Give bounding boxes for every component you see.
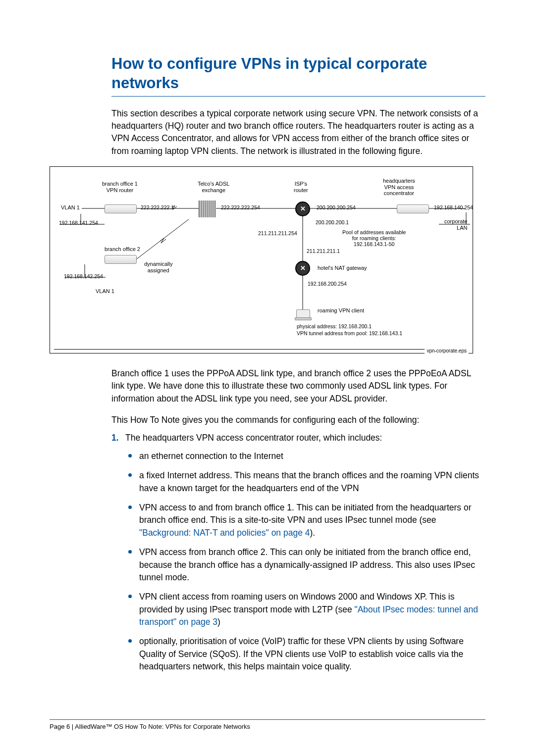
ip-isp-right: 200.200.200.254 <box>317 204 356 210</box>
sub-item-e-post: ) <box>217 617 220 627</box>
sub-item-f: optionally, prioritisation of voice (VoI… <box>125 635 485 673</box>
sub-item-a: an ethernet connection to the Internet <box>125 450 485 462</box>
page-title: How to configure VPNs in typical corpora… <box>111 54 485 93</box>
ip-isp-down2: 200.200.200.1 <box>316 219 349 225</box>
telco-dslam <box>199 201 216 217</box>
ip-hotel-up: 211.211.211.1 <box>307 248 340 254</box>
ip-telco-right: 222.222.222.254 <box>221 204 260 210</box>
sub-item-c-pre: VPN access to and from branch office 1. … <box>139 503 472 525</box>
telco-label: Telco's ADSLexchange <box>198 181 229 193</box>
page-footer: Page 6 | AlliedWare™ OS How To Note: VPN… <box>50 719 485 730</box>
eps-rule <box>54 349 469 350</box>
branch1-label: branch office 1VPN router <box>102 181 138 193</box>
list-item-1-lead: The headquarters VPN access concentrator… <box>125 433 382 443</box>
sub-item-d: VPN access from branch office 2. This ca… <box>125 546 485 584</box>
intro-paragraph: This section describes a typical corpora… <box>111 107 485 158</box>
footer-text: Page 6 | AlliedWare™ OS How To Note: VPN… <box>50 723 485 730</box>
hotel-router-icon: ✕ <box>295 261 310 276</box>
branch2-device <box>105 255 137 264</box>
ip-hotel-down: 192.168.200.254 <box>308 281 347 287</box>
footer-rule <box>50 719 485 720</box>
sub-list: an ethernet connection to the Internet a… <box>125 450 485 673</box>
ip-branch2-lan: 192.168.142.254 <box>64 273 103 279</box>
sub-item-b: a fixed Internet address. This means tha… <box>125 469 485 495</box>
sub-item-e: VPN client access from roaming users on … <box>125 591 485 628</box>
corp-lan: corporateLAN <box>444 218 467 231</box>
hotel-label: hotel's NAT gateway <box>318 265 367 271</box>
ip-branch1-lan: 192.168.141.254 <box>59 220 98 226</box>
vlan1-top: VLAN 1 <box>61 204 80 211</box>
eps-filename: vpn-corporate.eps <box>425 348 469 354</box>
list-intro: This How To Note gives you the commands … <box>111 414 485 426</box>
branch2-label: branch office 2 <box>105 246 140 252</box>
roaming-phys: physical address: 192.168.200.1 <box>297 323 372 329</box>
isp-label: ISP'srouter <box>294 181 308 193</box>
main-list: The headquarters VPN access concentrator… <box>111 432 485 673</box>
sub-item-c: VPN access to and from branch office 1. … <box>125 502 485 539</box>
pool-label: Pool of addresses availablefor roaming c… <box>342 229 406 247</box>
link-nat-t[interactable]: "Background: NAT-T and policies" on page… <box>139 528 310 538</box>
vlan1-bot: VLAN 1 <box>96 288 114 295</box>
list-item-1: The headquarters VPN access concentrator… <box>111 432 485 673</box>
roaming-tun: VPN tunnel address from pool: 192.168.14… <box>297 330 402 336</box>
svg-line-9 <box>137 219 189 259</box>
laptop-icon <box>296 309 310 318</box>
roaming-label: roaming VPN client <box>318 307 364 314</box>
hq-device <box>397 204 429 213</box>
ip-branch1-right: 222.222.222.1 <box>141 204 174 210</box>
title-rule <box>111 96 485 97</box>
hq-label: headquartersVPN accessconcentrator <box>383 178 415 197</box>
branch1-device <box>105 204 137 213</box>
isp-router-icon: ✕ <box>295 202 310 216</box>
dynamic-label: dynamicallyassigned <box>144 261 172 273</box>
after-diagram-paragraph: Branch office 1 uses the PPPoA ADSL link… <box>111 367 485 405</box>
network-diagram: branch office 1VPN router Telco's ADSLex… <box>50 166 473 353</box>
ip-isp-down1: 211.211.211.254 <box>258 230 297 236</box>
ip-hq-right: 192.168.140.254 <box>434 204 473 210</box>
sub-item-c-post: ). <box>310 528 315 538</box>
